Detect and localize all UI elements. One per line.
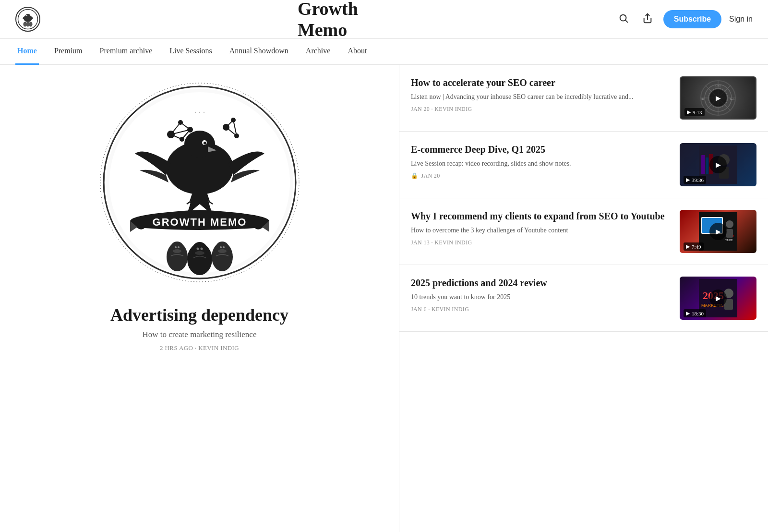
site-title: Growth Memo	[298, 0, 358, 40]
lock-icon: 🔒	[411, 172, 418, 180]
svg-point-56	[223, 246, 225, 248]
article-text: Why I recommend my clients to expand fro…	[411, 210, 672, 246]
svg-point-35	[184, 131, 215, 157]
play-icon: ▶	[709, 89, 727, 107]
nav-item-live-sessions[interactable]: Live Sessions	[168, 39, 214, 65]
article-excerpt: Listen now | Advancing your inhouse SEO …	[411, 92, 672, 102]
article-thumbnail[interactable]: ▶ ▶ 39:36	[680, 143, 756, 186]
svg-text:· · ·: · · ·	[194, 108, 205, 117]
article-text: How to accelerate your SEO career Listen…	[411, 76, 672, 113]
header-left	[15, 7, 40, 32]
header-right: Subscribe Sign in	[615, 10, 753, 29]
share-button[interactable]	[639, 10, 656, 29]
article-title: E-commerce Deep Dive, Q1 2025	[411, 143, 672, 156]
nav-item-about[interactable]: About	[346, 39, 369, 65]
article-thumbnail[interactable]: Links Tech PR ▶ ▶ 9:13	[680, 76, 756, 120]
play-icon: ▶	[709, 156, 727, 173]
article-title: 2025 predictions and 2024 review	[411, 277, 672, 289]
left-panel: · · · · · ·	[0, 65, 399, 532]
svg-point-51	[200, 248, 203, 250]
svg-point-80	[726, 220, 733, 228]
featured-title: Advertising dependency	[110, 305, 288, 325]
video-duration: ▶ 39:36	[684, 176, 706, 184]
svg-point-45	[175, 246, 177, 248]
nav-item-premium-archive[interactable]: Premium archive	[98, 39, 155, 65]
article-meta: 🔒 JAN 20	[411, 172, 672, 180]
svg-rect-71	[706, 157, 708, 174]
svg-point-5	[26, 15, 27, 16]
article-thumbnail[interactable]: YOU TUBE ▶ ▶ 7:49	[680, 210, 756, 253]
svg-point-50	[196, 248, 199, 250]
article-title: Why I recommend my clients to expand fro…	[411, 210, 672, 222]
article-item[interactable]: Why I recommend my clients to expand fro…	[399, 198, 768, 265]
featured-subtitle: How to create marketing resilience	[143, 330, 257, 339]
video-duration: ▶ 7:49	[684, 242, 704, 251]
article-meta: JAN 13 · KEVIN INDIG	[411, 239, 672, 246]
svg-line-10	[625, 20, 627, 22]
search-button[interactable]	[615, 10, 632, 29]
nav-item-annual-showdown[interactable]: Annual Showdown	[228, 39, 290, 65]
nav-item-archive[interactable]: Archive	[304, 39, 333, 65]
signin-button[interactable]: Sign in	[729, 15, 753, 24]
svg-point-44	[173, 249, 181, 253]
article-title: How to accelerate your SEO career	[411, 76, 672, 89]
nav-item-premium[interactable]: Premium	[52, 39, 84, 65]
article-excerpt: 10 trends you want to know for 2025	[411, 292, 672, 302]
video-duration: ▶ 18:30	[684, 309, 706, 317]
logo-icon[interactable]	[15, 7, 40, 32]
article-text: E-commerce Deep Dive, Q1 2025 Live Sessi…	[411, 143, 672, 180]
svg-point-46	[178, 246, 180, 248]
svg-point-8	[29, 22, 32, 26]
article-thumbnail[interactable]: 2025 MARKETING ▶ ▶ 18:30	[680, 277, 756, 320]
article-meta: JAN 20 · KEVIN INDIG	[411, 106, 672, 113]
article-excerpt: Live Session recap: video recording, sli…	[411, 158, 672, 169]
featured-meta: 2 HRS AGO · KEVIN INDIG	[160, 344, 239, 352]
video-duration: ▶ 9:13	[684, 108, 705, 116]
main-content: · · · · · ·	[0, 65, 768, 532]
svg-rect-70	[701, 155, 705, 174]
svg-point-38	[204, 142, 206, 145]
subscribe-button[interactable]: Subscribe	[663, 10, 721, 28]
header: Growth Memo Subscribe Sign in	[0, 0, 768, 39]
svg-point-54	[218, 249, 227, 253]
nav-item-home[interactable]: Home	[15, 39, 39, 65]
article-item[interactable]: E-commerce Deep Dive, Q1 2025 Live Sessi…	[399, 132, 768, 198]
play-icon: ▶	[709, 223, 727, 240]
play-icon: ▶	[709, 290, 727, 307]
article-meta: JAN 6 · KEVIN INDIG	[411, 306, 672, 313]
article-excerpt: How to overcome the 3 key challenges of …	[411, 225, 672, 235]
article-item[interactable]: How to accelerate your SEO career Listen…	[399, 65, 768, 132]
article-text: 2025 predictions and 2024 review 10 tren…	[411, 277, 672, 313]
brand-logo-svg: · · · · · ·	[96, 79, 303, 286]
svg-text:Links: Links	[715, 85, 720, 87]
article-item[interactable]: 2025 predictions and 2024 review 10 tren…	[399, 265, 768, 332]
right-panel: How to accelerate your SEO career Listen…	[399, 65, 768, 532]
main-nav: Home Premium Premium archive Live Sessio…	[0, 39, 768, 65]
svg-text:PR: PR	[701, 98, 704, 100]
svg-text:TUBE: TUBE	[725, 239, 733, 242]
brand-logo-area: · · · · · ·	[19, 79, 380, 286]
svg-rect-81	[726, 229, 733, 238]
svg-point-48	[192, 242, 207, 257]
svg-point-49	[195, 251, 204, 255]
svg-text:GROWTH MEMO: GROWTH MEMO	[152, 216, 247, 228]
svg-text:Tech: Tech	[730, 98, 734, 100]
svg-point-55	[220, 246, 222, 248]
